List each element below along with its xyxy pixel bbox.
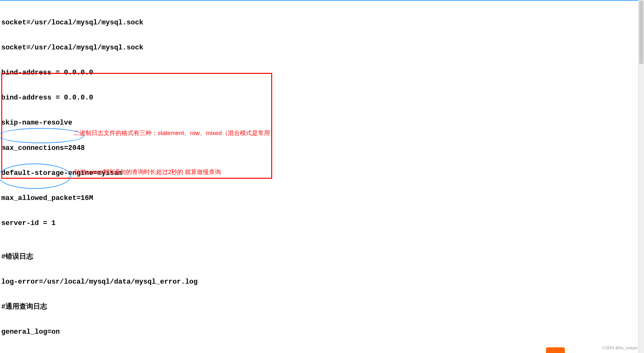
config-line: socket=/usr/local/mysql/mysql.sock <box>1 44 643 52</box>
config-line: general_log=on <box>1 328 643 336</box>
orange-tab-icon <box>546 347 565 353</box>
annotation-binlog: 二进制日志文件的格式有三种：statement、row、mixed（混合模式是常… <box>73 130 276 137</box>
config-line: log-error=/usr/local/mysql/data/mysql_er… <box>1 278 643 286</box>
scrollbar-thumb[interactable] <box>639 1 643 64</box>
watermark-text: CSDN @liu_xueyin <box>603 345 638 350</box>
config-line: socket=/usr/local/mysql/mysql.sock <box>1 19 643 27</box>
config-line: #通用查询日志 <box>1 303 643 311</box>
top-border <box>0 0 644 1</box>
vertical-scrollbar[interactable] <box>638 0 644 353</box>
config-line: server-id = 1 <box>1 219 643 228</box>
config-line: skip-name-resolve <box>1 119 643 127</box>
editor-viewport: socket=/usr/local/mysql/mysql.sock socke… <box>1 1 643 353</box>
config-line: max_allowed_packet=16M <box>1 194 643 202</box>
config-line: bind-address = 0.0.0.0 <box>1 94 643 102</box>
config-line: #错误日志 <box>1 253 643 261</box>
config-line: bind-address = 0.0.0.0 <box>1 69 643 77</box>
config-line: max_connections=2048 <box>1 144 643 152</box>
annotation-slow-query: 针对select查询语句的查询时长超过2秒的 就算做慢查询 <box>74 169 221 176</box>
